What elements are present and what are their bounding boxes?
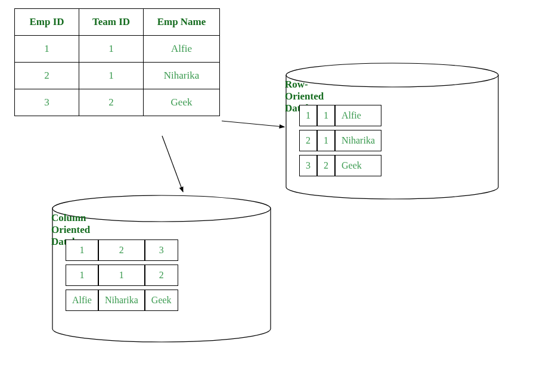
cell: Niharika: [98, 290, 145, 311]
cell: 2: [145, 265, 178, 286]
table-row: Alfie Niharika Geek: [66, 290, 178, 311]
table-row: 2 1 Niharika: [299, 130, 381, 151]
row-db-table: 1 1 Alfie 2 1 Niharika 3 2 Geek: [299, 101, 381, 180]
cell: 1: [66, 239, 98, 261]
table-row: 1 2 3: [66, 239, 178, 261]
cell: 2: [317, 155, 335, 176]
cell: 3: [299, 155, 317, 176]
cell: 1: [98, 265, 145, 286]
cell: 1: [299, 105, 317, 126]
arrow-to-col-db: [162, 136, 183, 192]
col-db-table: 1 2 3 1 1 2 Alfie Niharika Geek: [66, 236, 178, 315]
cell: Alfie: [66, 290, 98, 311]
table-row: 3 2 Geek: [299, 155, 381, 176]
cell: Niharika: [335, 130, 381, 151]
table-row: 1 1 2: [66, 265, 178, 286]
cell: 1: [66, 265, 98, 286]
cell: Alfie: [335, 105, 381, 126]
cell: Geek: [335, 155, 381, 176]
cell: Geek: [145, 290, 178, 311]
cell: 1: [317, 130, 335, 151]
arrow-to-row-db: [222, 121, 284, 127]
cell: 3: [145, 239, 178, 261]
svg-point-1: [286, 63, 498, 87]
cell: 1: [317, 105, 335, 126]
table-row: 1 1 Alfie: [299, 105, 381, 126]
cell: 2: [299, 130, 317, 151]
cell: 2: [98, 239, 145, 261]
